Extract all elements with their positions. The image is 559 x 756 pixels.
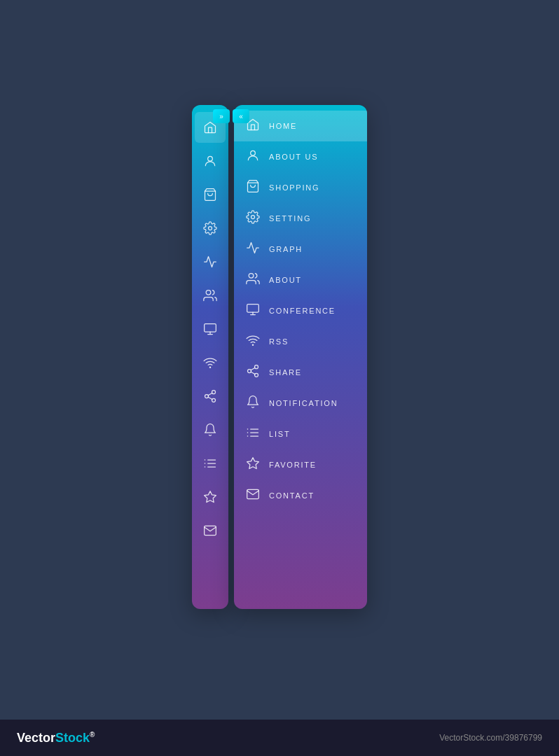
sidebar-item-shopping[interactable]: SHOPPING <box>234 172 367 203</box>
gear-icon <box>245 210 261 227</box>
sidebar-item-label: SHOPPING <box>269 183 319 192</box>
sidebar-item-label: CONTACT <box>269 491 315 500</box>
sidebar-item-contact[interactable]: CONTACT <box>234 480 367 511</box>
sidebar-icon-favorite[interactable] <box>195 482 226 512</box>
sidebar-expanded: « HOME ABOUT US SHOPPING <box>234 105 367 609</box>
sidebar-icon-about-us[interactable] <box>195 146 226 176</box>
svg-point-26 <box>255 373 258 377</box>
sidebar-item-graph[interactable]: GRAPH <box>234 234 367 265</box>
sidebar-icon-conference[interactable] <box>195 314 226 344</box>
sidebar-item-favorite[interactable]: FAVORITE <box>234 449 367 480</box>
svg-rect-22 <box>247 304 259 313</box>
user-icon <box>245 148 261 165</box>
svg-point-18 <box>251 150 256 155</box>
share-icon <box>245 364 261 381</box>
sidebar-item-rss[interactable]: RSS <box>234 326 367 357</box>
list-icon <box>245 426 261 442</box>
sidebar-item-label: ABOUT US <box>269 153 318 161</box>
sidebar-item-share[interactable]: SHARE <box>234 357 367 388</box>
watermark-left: VectorStock® <box>17 731 95 746</box>
sidebar-icon-notification[interactable] <box>195 414 226 445</box>
watermark-bar: VectorStock® VectorStock.com/39876799 <box>0 720 559 756</box>
sidebar-item-label: FAVORITE <box>269 461 317 469</box>
svg-point-6 <box>212 391 216 394</box>
sidebar-item-about-us[interactable]: ABOUT US <box>234 141 367 172</box>
sidebar-item-home[interactable]: HOME <box>234 111 367 141</box>
sidebar-item-label: HOME <box>269 122 297 130</box>
sidebar-item-conference[interactable]: CONFERENCE <box>234 295 367 326</box>
sidebar-item-label: GRAPH <box>269 245 303 253</box>
sidebar-icon-contact[interactable] <box>195 515 226 546</box>
sidebar-icon-shopping[interactable] <box>195 179 226 210</box>
monitor-icon <box>245 302 261 319</box>
sidebar-item-label: LIST <box>269 430 290 438</box>
sidebar-item-label: SETTING <box>269 214 311 223</box>
main-content: » <box>192 105 367 609</box>
svg-line-9 <box>208 397 212 399</box>
svg-point-2 <box>209 227 212 230</box>
sidebar-icon-setting[interactable] <box>195 213 226 244</box>
svg-line-27 <box>251 372 255 374</box>
sidebar-icon-share[interactable] <box>195 381 226 412</box>
svg-rect-4 <box>205 324 216 332</box>
cart-icon <box>245 179 261 196</box>
sidebar-icon-list[interactable] <box>195 448 226 479</box>
users-icon <box>245 272 261 288</box>
sidebar-collapsed: » <box>192 105 228 609</box>
sidebar-item-list[interactable]: LIST <box>234 419 367 449</box>
sidebar-icon-about[interactable] <box>195 280 226 311</box>
expand-toggle-button[interactable]: « <box>233 109 249 123</box>
svg-point-7 <box>205 395 209 398</box>
sidebar-item-label: CONFERENCE <box>269 307 336 315</box>
star-icon <box>245 456 261 473</box>
bell-icon <box>245 395 261 412</box>
watermark-right: VectorStock.com/39876799 <box>439 733 542 743</box>
svg-marker-35 <box>247 458 259 469</box>
svg-point-25 <box>248 370 251 373</box>
sidebar-item-about[interactable]: ABOUT <box>234 265 367 295</box>
wifi-icon <box>245 333 261 350</box>
svg-point-3 <box>206 290 211 295</box>
graph-icon <box>245 241 261 258</box>
sidebar-icon-rss[interactable] <box>195 347 226 378</box>
svg-line-28 <box>251 368 255 370</box>
sidebar-item-setting[interactable]: SETTING <box>234 203 367 234</box>
svg-point-20 <box>251 216 255 219</box>
sidebar-item-label: RSS <box>269 337 289 346</box>
sidebar-icon-graph[interactable] <box>195 246 226 277</box>
svg-line-10 <box>208 393 212 395</box>
sidebar-item-notification[interactable]: NOTIFICATION <box>234 388 367 419</box>
svg-point-21 <box>249 274 254 279</box>
svg-point-24 <box>255 365 258 369</box>
collapse-toggle-button[interactable]: » <box>213 109 230 123</box>
sidebar-item-label: SHARE <box>269 368 302 377</box>
sidebar-item-label: NOTIFICATION <box>269 399 338 407</box>
svg-marker-17 <box>205 491 216 503</box>
sidebar-item-label: ABOUT <box>269 276 302 284</box>
svg-point-0 <box>208 156 213 161</box>
mail-icon <box>245 487 261 504</box>
svg-point-8 <box>212 398 216 402</box>
